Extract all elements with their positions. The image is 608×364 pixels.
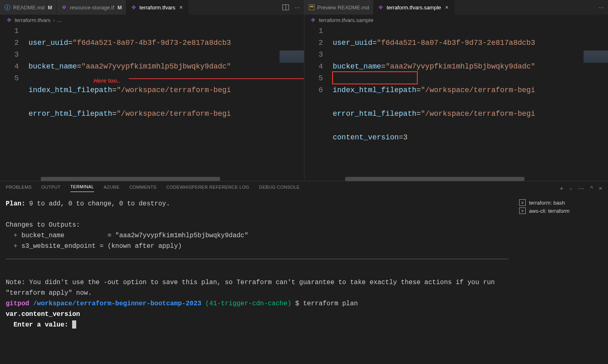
- tab-actions-right: ⋯: [595, 0, 608, 15]
- preview-icon: [308, 4, 315, 11]
- terminal-icon: >: [519, 207, 526, 214]
- panel-tab-azure[interactable]: AZURE: [104, 185, 120, 192]
- terraform-icon: ❖: [310, 17, 317, 23]
- chevron-down-icon[interactable]: ⌄: [569, 185, 573, 191]
- panel-tab-terminal[interactable]: TERMINAL: [70, 184, 94, 192]
- tab-label: README.md: [13, 4, 44, 11]
- breadcrumb-file: terraform.tfvars: [15, 17, 51, 23]
- editor-split: i README.md M ❖ resource-storage.tf M ❖ …: [0, 0, 608, 181]
- panel-tab-output[interactable]: OUTPUT: [42, 185, 61, 192]
- chevron-icon: ›: [53, 17, 55, 23]
- new-terminal-icon[interactable]: +: [560, 185, 563, 192]
- breadcrumb-file: terraform.tfvars.sample: [319, 17, 374, 23]
- split-editor-icon[interactable]: [282, 4, 289, 10]
- tab-terraform-tfvars[interactable]: ❖ terraform.tfvars ×: [126, 0, 189, 15]
- tab-actions-left: ⋯: [278, 0, 304, 15]
- terraform-icon: ❖: [61, 4, 67, 11]
- terminal-item-bash[interactable]: > terraform: bash: [519, 199, 603, 207]
- tab-label: terraform.tfvars.sample: [387, 4, 441, 11]
- terminal-list: > terraform: bash > aws-cli: terraform: [514, 195, 608, 364]
- terraform-icon: ❖: [6, 17, 12, 23]
- terminal-item-awscli[interactable]: > aws-cli: terraform: [519, 207, 603, 215]
- tabs-left: i README.md M ❖ resource-storage.tf M ❖ …: [0, 0, 304, 15]
- panel-tabs: PROBLEMS OUTPUT TERMINAL AZURE COMMENTS …: [0, 181, 608, 195]
- tab-tfvars-sample[interactable]: ❖ terraform.tfvars.sample ×: [374, 0, 455, 15]
- panel-actions: + ⌄ ⋯ ^ ×: [560, 185, 602, 192]
- divider: [6, 259, 509, 259]
- terminal-icon: >: [519, 199, 526, 206]
- more-icon[interactable]: ⋯: [295, 4, 300, 11]
- panel-tab-debug[interactable]: DEBUG CONSOLE: [259, 185, 300, 192]
- terminal-output[interactable]: Plan: 9 to add, 0 to change, 0 to destro…: [0, 195, 514, 364]
- panel-body: Plan: 9 to add, 0 to change, 0 to destro…: [0, 195, 608, 364]
- tab-resource-storage[interactable]: ❖ resource-storage.tf M: [57, 0, 126, 15]
- editor-body-right[interactable]: 123456 user_uuid="f6d4a521-8a07-4b3f-9d7…: [304, 25, 608, 181]
- tab-preview-readme[interactable]: Preview README.md: [304, 0, 374, 15]
- tab-label: Preview README.md: [317, 4, 369, 11]
- tab-readme[interactable]: i README.md M: [0, 0, 57, 15]
- annotation-here-too: Here too..: [94, 75, 120, 87]
- terraform-icon: ❖: [378, 4, 384, 11]
- bottom-panel: PROBLEMS OUTPUT TERMINAL AZURE COMMENTS …: [0, 181, 608, 364]
- horizontal-scrollbar[interactable]: [41, 177, 220, 181]
- panel-tab-problems[interactable]: PROBLEMS: [6, 185, 32, 192]
- minimap[interactable]: [584, 51, 608, 63]
- breadcrumb-rest: ...: [57, 17, 62, 23]
- code-lines[interactable]: user_uuid="f6d4a521-8a07-4b3f-9d73-2e817…: [333, 25, 608, 181]
- code-lines[interactable]: user_uuid="f6d4a521-8a07-4b3f-9d73-2e817…: [29, 25, 304, 181]
- gutter: 123456: [304, 25, 333, 181]
- more-icon[interactable]: ⋯: [599, 4, 604, 11]
- tabs-right: Preview README.md ❖ terraform.tfvars.sam…: [304, 0, 608, 15]
- editor-body-left[interactable]: 12345 user_uuid="f6d4a521-8a07-4b3f-9d73…: [0, 25, 304, 181]
- info-icon: i: [4, 4, 11, 11]
- modified-indicator: M: [48, 4, 52, 11]
- tab-label: terraform.tfvars: [139, 4, 175, 11]
- close-icon[interactable]: ×: [443, 4, 450, 11]
- tab-label: resource-storage.tf: [70, 4, 114, 11]
- terminal-label: aws-cli: terraform: [529, 208, 570, 214]
- more-icon[interactable]: ⋯: [578, 185, 584, 192]
- terraform-icon: ❖: [130, 4, 137, 11]
- horizontal-scrollbar[interactable]: [345, 177, 524, 181]
- close-panel-icon[interactable]: ×: [599, 185, 602, 192]
- terminal-cursor: [72, 320, 76, 329]
- close-icon[interactable]: ×: [178, 4, 184, 11]
- gutter: 12345: [0, 25, 29, 181]
- editor-pane-left: i README.md M ❖ resource-storage.tf M ❖ …: [0, 0, 304, 181]
- breadcrumb-left[interactable]: ❖ terraform.tfvars › ...: [0, 15, 304, 25]
- editor-pane-right: Preview README.md ❖ terraform.tfvars.sam…: [304, 0, 608, 181]
- minimap[interactable]: [280, 51, 304, 63]
- modified-indicator: M: [117, 4, 122, 11]
- panel-tab-comments[interactable]: COMMENTS: [129, 185, 156, 192]
- panel-tab-codewhisperer[interactable]: CODEWHISPERER REFERENCE LOG: [166, 185, 249, 192]
- maximize-panel-icon[interactable]: ^: [590, 185, 593, 192]
- terminal-label: terraform: bash: [529, 200, 565, 206]
- breadcrumb-right[interactable]: ❖ terraform.tfvars.sample: [304, 15, 608, 25]
- annotation-arrow: [129, 78, 304, 79]
